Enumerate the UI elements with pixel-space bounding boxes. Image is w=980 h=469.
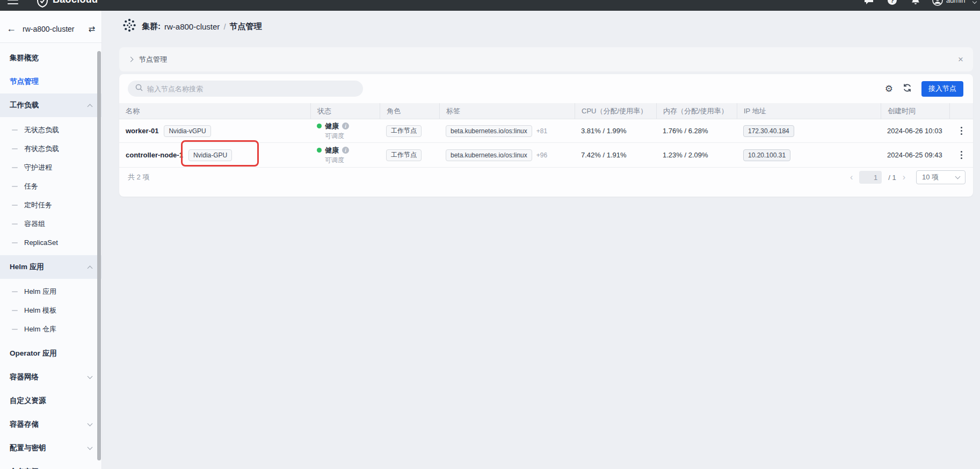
sidebar-item-custom-resources[interactable]: 自定义资源	[0, 389, 101, 413]
gpu-tag-chip: Nvidia-GPU	[188, 149, 232, 161]
prev-page-icon[interactable]: ‹	[850, 173, 853, 182]
col-header-name[interactable]: 名称	[119, 103, 310, 119]
sidebar-section-container-storage[interactable]: 容器存储	[0, 413, 101, 436]
col-header-memory[interactable]: 内存（分配/使用率）	[656, 103, 737, 119]
sidebar-cluster-name: rw-a800-cluster	[23, 25, 88, 33]
sidebar-scrollbar[interactable]	[97, 51, 101, 460]
dash-icon	[12, 129, 18, 131]
dash-icon	[12, 223, 18, 225]
username-label[interactable]: admin	[946, 0, 965, 4]
sidebar-item-jobs[interactable]: 任务	[0, 177, 101, 196]
chevron-down-icon	[955, 174, 961, 179]
tab-bar: 节点管理 ×	[119, 47, 973, 71]
sidebar-item-cronjobs[interactable]: 定时任务	[0, 196, 101, 214]
col-header-created[interactable]: 创建时间	[881, 103, 949, 119]
sidebar-section-config-secrets[interactable]: 配置与密钥	[0, 436, 101, 460]
label-more-count[interactable]: +81	[536, 127, 547, 135]
node-name[interactable]: worker-01	[126, 127, 158, 135]
label-chip: beta.kubernetes.io/os:linux	[446, 125, 532, 137]
info-icon[interactable]: i	[342, 147, 349, 154]
sidebar-item-stateful-workloads[interactable]: 有状态负载	[0, 139, 101, 158]
chevron-up-icon	[88, 104, 93, 109]
sidebar-item-operator-apps[interactable]: Operator 应用	[0, 342, 101, 365]
breadcrumb-prefix: 集群:	[142, 21, 161, 32]
col-header-ip[interactable]: IP 地址	[737, 103, 881, 119]
node-search[interactable]	[128, 81, 363, 97]
tab-node-management[interactable]: 节点管理	[139, 55, 167, 64]
sidebar-section-helm[interactable]: Helm 应用	[0, 255, 101, 279]
helm-subgroup: Helm 应用 Helm 模板 Helm 仓库	[0, 282, 101, 338]
workloads-subgroup: 无状态负载 有状态负载 守护进程 任务 定时任务 容器组 ReplicaSet	[0, 120, 101, 252]
info-icon[interactable]: i	[342, 122, 349, 129]
hamburger-menu-icon[interactable]	[8, 0, 18, 4]
sidebar-menu: 集群概览 节点管理 工作负载 无状态负载 有状态负载 守护进程 任务 定时任务 …	[0, 43, 101, 469]
memory-usage: 1.76% / 6.28%	[656, 119, 737, 142]
row-actions-kebab-icon[interactable]	[961, 130, 962, 132]
top-navbar: Baocloud ? admin	[0, 0, 980, 11]
search-icon	[135, 84, 143, 93]
total-pages-label: / 1	[888, 174, 896, 182]
table-header-row: 名称 状态 角色 标签 CPU（分配/使用率） 内存（分配/使用率） IP 地址…	[119, 103, 973, 119]
status-text: 健康	[325, 121, 339, 131]
table-row-worker-01[interactable]: worker-01 Nvidia-vGPU 健康 i 可调度 工作节点	[119, 119, 973, 143]
created-time: 2024-06-26 10:03	[881, 119, 949, 142]
label-chip: beta.kubernetes.io/os:linux	[446, 149, 532, 161]
sidebar-cluster-header: ← rw-a800-cluster ⇄	[0, 11, 101, 43]
sidebar-item-cluster-overview[interactable]: 集群概览	[0, 46, 101, 70]
label-more-count[interactable]: +96	[536, 151, 547, 159]
breadcrumb-separator: /	[223, 22, 226, 31]
search-input[interactable]	[147, 85, 355, 93]
chat-icon[interactable]	[863, 0, 874, 7]
schedulable-text: 可调度	[317, 156, 349, 165]
chevron-down-icon	[88, 421, 93, 427]
table-row-controller-node-1[interactable]: controller-node-1 Nvidia-GPU 健康 i 可调度 工作…	[119, 143, 973, 168]
sidebar-item-namespaces[interactable]: 命名空间	[0, 460, 101, 469]
user-menu-caret-icon	[972, 0, 977, 4]
sidebar-item-node-management[interactable]: 节点管理	[0, 70, 101, 93]
sidebar-section-workloads[interactable]: 工作负载	[0, 93, 101, 117]
sidebar-item-helm-apps[interactable]: Helm 应用	[0, 282, 101, 301]
col-header-role[interactable]: 角色	[380, 103, 439, 119]
sidebar-item-replicaset[interactable]: ReplicaSet	[0, 233, 101, 252]
dash-icon	[12, 205, 18, 206]
brand-shield-icon	[37, 0, 48, 10]
dash-icon	[12, 186, 18, 187]
sidebar-item-pods[interactable]: 容器组	[0, 214, 101, 233]
node-name[interactable]: controller-node-1	[126, 151, 183, 159]
back-arrow-icon[interactable]: ←	[6, 23, 16, 34]
gpu-tag-chip: Nvidia-vGPU	[164, 125, 210, 137]
refresh-icon[interactable]	[903, 83, 912, 94]
page-size-select[interactable]: 10 项	[916, 170, 966, 184]
main-content: 集群: rw-a800-cluster / 节点管理 节点管理 × ⚙	[102, 11, 980, 469]
dash-icon	[12, 242, 18, 243]
chevron-down-icon	[88, 374, 93, 379]
help-icon[interactable]: ?	[887, 0, 897, 8]
dash-icon	[12, 310, 18, 311]
breadcrumb: 集群: rw-a800-cluster / 节点管理	[122, 18, 262, 34]
sidebar-item-helm-templates[interactable]: Helm 模板	[0, 301, 101, 320]
next-page-icon[interactable]: ›	[903, 173, 905, 182]
row-actions-kebab-icon[interactable]	[961, 154, 962, 156]
bell-icon[interactable]	[911, 0, 920, 8]
close-icon[interactable]: ×	[958, 55, 963, 64]
col-header-cpu[interactable]: CPU（分配/使用率）	[575, 103, 656, 119]
cluster-dots-icon	[122, 18, 136, 34]
chevron-right-icon[interactable]	[128, 57, 134, 62]
col-header-labels[interactable]: 标签	[439, 103, 575, 119]
pagination: ‹ 1 / 1 › 10 项	[850, 170, 966, 184]
status-dot-healthy	[317, 124, 322, 128]
sidebar-item-helm-repos[interactable]: Helm 仓库	[0, 320, 101, 338]
sidebar-section-container-network[interactable]: 容器网络	[0, 365, 101, 389]
current-page-input[interactable]: 1	[859, 171, 882, 184]
connect-node-button[interactable]: 接入节点	[921, 81, 963, 97]
switch-cluster-icon[interactable]: ⇄	[88, 24, 95, 34]
breadcrumb-cluster[interactable]: rw-a800-cluster	[164, 22, 220, 31]
settings-gear-icon[interactable]: ⚙	[885, 84, 893, 93]
user-avatar-icon[interactable]	[932, 0, 943, 8]
chevron-up-icon	[88, 265, 93, 271]
col-header-status[interactable]: 状态	[310, 103, 380, 119]
sidebar-item-stateless-workloads[interactable]: 无状态负载	[0, 120, 101, 139]
sidebar-item-daemonset[interactable]: 守护进程	[0, 158, 101, 177]
role-chip: 工作节点	[386, 149, 422, 161]
chevron-down-icon	[88, 445, 93, 450]
